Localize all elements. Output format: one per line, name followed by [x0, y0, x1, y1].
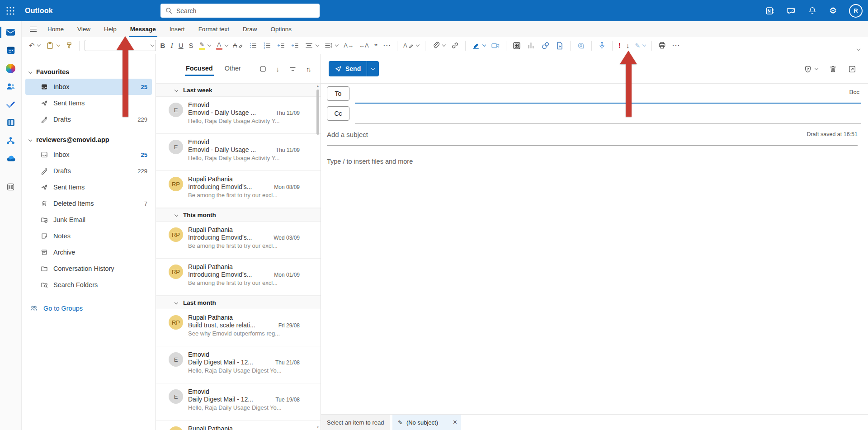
rail-item-notebook[interactable]: [0, 113, 22, 132]
rail-item-mail[interactable]: [0, 23, 22, 41]
scroll-down-icon[interactable]: ▾: [316, 425, 320, 429]
dictate-button[interactable]: [595, 39, 609, 52]
group-header-last-month[interactable]: Last month: [156, 296, 321, 309]
folder-item-inbox[interactable]: Inbox 25: [25, 79, 152, 95]
message-row[interactable]: RP Rupali Pathania Introducing Emovid’s.…: [156, 259, 321, 296]
message-row[interactable]: E Emovid Emovid - Daily Usage ... Thu 11…: [156, 97, 321, 134]
undo-button[interactable]: ↶: [26, 39, 43, 52]
align-button[interactable]: [302, 39, 321, 52]
rail-item-copilot[interactable]: [0, 59, 22, 77]
underline-button[interactable]: U: [176, 39, 186, 52]
right-to-left-button[interactable]: ←A: [356, 39, 372, 52]
bcc-toggle-link[interactable]: Bcc: [849, 89, 861, 98]
tab-other[interactable]: Other: [224, 62, 242, 76]
rail-item-calendar[interactable]: [0, 41, 22, 59]
group-header-last-week[interactable]: Last week: [156, 83, 321, 97]
message-row[interactable]: RP Rupali Pathania Introducing Emovid’s.…: [156, 171, 321, 208]
search-input[interactable]: Search: [160, 4, 320, 18]
paste-button[interactable]: [43, 39, 62, 52]
mark-all-read-button[interactable]: ↓: [276, 65, 280, 73]
more-formatting-button[interactable]: ⋯: [380, 39, 394, 52]
insert-shapes-button[interactable]: [538, 39, 552, 52]
numbered-list-button[interactable]: [260, 39, 274, 52]
cc-button[interactable]: Cc: [327, 106, 349, 121]
attach-file-button[interactable]: [429, 39, 448, 52]
cc-input[interactable]: [355, 104, 861, 123]
strikethrough-button[interactable]: S: [186, 39, 196, 52]
onenote-button[interactable]: [765, 6, 774, 15]
message-row[interactable]: RP Rupali Pathania Introducing Emovid’s.…: [156, 222, 321, 259]
message-row[interactable]: RP Rupali Pathania Build trust, scale re…: [156, 309, 321, 346]
bold-button[interactable]: B: [158, 39, 168, 52]
close-draft-icon[interactable]: ×: [453, 419, 457, 426]
print-button[interactable]: [655, 39, 669, 52]
message-row[interactable]: E Emovid Daily Digest Mail - 12... Thu 2…: [156, 346, 321, 383]
scrollbar-thumb[interactable]: [316, 90, 319, 135]
folder-item-sent-items-2[interactable]: Sent Items: [25, 179, 152, 195]
tab-focused[interactable]: Focused: [185, 62, 214, 76]
ink-button[interactable]: ✎: [632, 39, 648, 52]
font-name-select[interactable]: [85, 40, 156, 51]
notifications-button[interactable]: [808, 6, 817, 15]
increase-indent-button[interactable]: [288, 39, 302, 52]
message-row-partial[interactable]: RP Rupali Pathania: [156, 421, 321, 430]
collapse-ribbon-button[interactable]: [856, 46, 860, 53]
draft-tab[interactable]: ✎ (No subject) ×: [392, 415, 461, 430]
low-importance-button[interactable]: ↓: [623, 39, 632, 52]
high-importance-button[interactable]: !: [616, 39, 623, 52]
send-button[interactable]: Send: [329, 61, 367, 76]
insert-table-button[interactable]: [509, 39, 524, 52]
rail-item-to-do[interactable]: [0, 95, 22, 113]
line-spacing-button[interactable]: [321, 39, 341, 52]
sensitivity-button[interactable]: [804, 65, 818, 73]
text-highlight-button[interactable]: ✎: [196, 39, 213, 52]
ribbon-tab-format-text[interactable]: Format text: [197, 21, 231, 37]
scroll-up-icon[interactable]: ▴: [316, 84, 320, 88]
rail-item-onedrive[interactable]: [0, 150, 22, 168]
quote-button[interactable]: ”: [372, 39, 380, 52]
discard-draft-button[interactable]: [829, 65, 837, 73]
favourites-section-header[interactable]: Favourites: [25, 65, 152, 79]
quick-parts-button[interactable]: [552, 39, 567, 52]
folder-item-drafts[interactable]: Drafts 229: [25, 111, 152, 128]
sort-button[interactable]: ↑↓: [306, 65, 311, 73]
settings-button[interactable]: ⚙: [829, 6, 837, 15]
decrease-indent-button[interactable]: [274, 39, 288, 52]
italic-button[interactable]: I: [168, 39, 175, 52]
insert-link-button[interactable]: [448, 39, 462, 52]
rail-item-more-apps[interactable]: [0, 178, 22, 196]
rail-item-org-explorer[interactable]: [0, 132, 22, 150]
go-to-groups-link[interactable]: Go to Groups: [25, 300, 83, 317]
video-clip-button[interactable]: [488, 39, 503, 52]
group-header-this-month[interactable]: This month: [156, 208, 321, 222]
filter-button[interactable]: [289, 65, 297, 73]
ribbon-tab-home[interactable]: Home: [46, 21, 65, 37]
folder-item-sent-items[interactable]: Sent Items: [25, 95, 152, 111]
to-input[interactable]: Bcc: [355, 84, 861, 104]
left-to-right-button[interactable]: A→: [341, 39, 356, 52]
ribbon-tab-options[interactable]: Options: [269, 21, 293, 37]
font-color-button[interactable]: A: [213, 39, 231, 52]
feedback-button[interactable]: [787, 6, 796, 15]
toolbar-more-options-button[interactable]: ⋯: [669, 39, 683, 52]
folder-item-archive[interactable]: Archive: [25, 244, 152, 260]
ribbon-tab-draw[interactable]: Draw: [241, 21, 259, 37]
subject-row[interactable]: Add a subject Draft saved at 16:51: [327, 123, 858, 146]
list-scrollbar[interactable]: ▴ ▾: [316, 84, 320, 429]
ribbon-tab-view[interactable]: View: [76, 21, 92, 37]
select-messages-button[interactable]: [259, 65, 267, 73]
to-button[interactable]: To: [327, 86, 349, 101]
send-options-button[interactable]: [367, 61, 379, 76]
folder-item-junk-email[interactable]: Junk Email: [25, 212, 152, 228]
format-painter-button[interactable]: [62, 39, 76, 52]
open-in-new-window-button[interactable]: [848, 65, 856, 73]
ribbon-tab-help[interactable]: Help: [103, 21, 118, 37]
message-body-editor[interactable]: Type / to insert files and more: [321, 146, 868, 399]
reading-pane-status-tab[interactable]: Select an item to read: [321, 415, 390, 430]
clear-formatting-button[interactable]: A: [231, 39, 246, 52]
folder-item-drafts-2[interactable]: Drafts 229: [25, 163, 152, 179]
ribbon-tab-message[interactable]: Message: [129, 21, 157, 37]
folder-item-inbox-2[interactable]: Inbox 25: [25, 146, 152, 163]
bullet-list-button[interactable]: [246, 39, 260, 52]
folder-item-conversation-history[interactable]: Conversation History: [25, 260, 152, 277]
